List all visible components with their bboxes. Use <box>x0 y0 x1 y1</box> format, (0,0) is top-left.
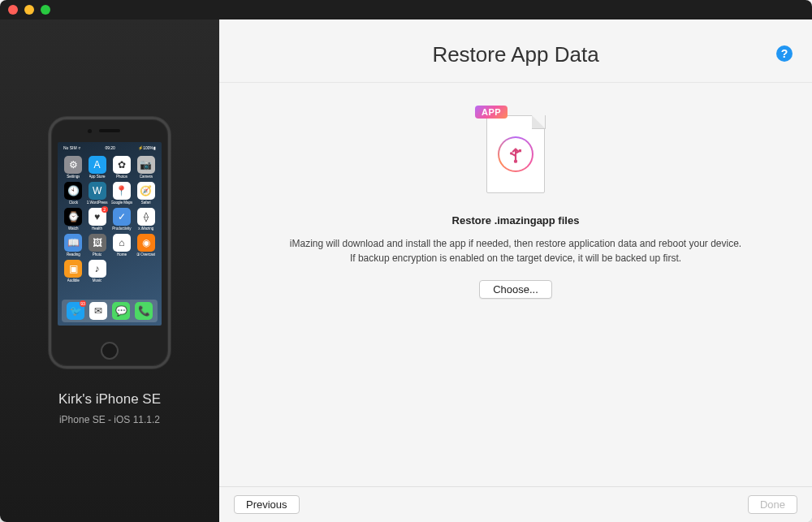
phone-dock: 🐦93✉💬📞 <box>62 300 158 322</box>
app-label: App Store <box>89 175 106 179</box>
app-icon: 🧭 <box>137 182 155 200</box>
app-icon: A <box>89 156 106 174</box>
dock-app-icon: 💬 <box>112 302 130 320</box>
app-icon: W <box>89 182 106 200</box>
svg-point-0 <box>514 160 517 163</box>
main-body: APP Restore .imazingapp files iMazing wi… <box>219 83 812 486</box>
app-icon: ⌂ <box>113 234 131 252</box>
app-icon-cell: ✿Photos <box>111 156 133 179</box>
app-icon-cell: 📍Google Maps <box>111 182 133 205</box>
app-label: Photos <box>116 175 127 179</box>
done-button: Done <box>748 495 797 514</box>
device-sidebar: No SIM ᯤ 09:20 ⚡100%▮ ⚙SettingsAApp Stor… <box>0 19 219 522</box>
app-icon-cell: ⌚Watch <box>63 208 84 231</box>
app-badge: APP <box>475 106 508 119</box>
notification-badge: 93 <box>80 300 86 307</box>
app-label: Reading <box>67 252 80 257</box>
app-icon-cell: 🧭Safari <box>136 182 156 205</box>
usb-icon <box>505 144 526 165</box>
phone-screen: No SIM ᯤ 09:20 ⚡100%▮ ⚙SettingsAApp Stor… <box>58 142 162 326</box>
notification-badge: 2 <box>102 206 108 213</box>
page-title: Restore App Data <box>235 42 796 67</box>
minimize-icon[interactable] <box>24 5 34 15</box>
app-icon-cell: W1.WordPress <box>87 182 108 205</box>
svg-rect-2 <box>519 149 521 152</box>
app-label: Health <box>92 226 102 231</box>
app-label: Camera <box>140 175 153 179</box>
app-icon-cell: 📷Camera <box>136 156 156 179</box>
app-icon: 📍 <box>113 182 131 200</box>
app-icon-cell: ⟠x.iMazing <box>136 208 156 231</box>
desc-line-2: If backup encryption is enabled on the t… <box>350 252 681 264</box>
footer: Previous Done <box>219 486 812 522</box>
status-center: 09:20 <box>105 145 115 153</box>
device-name: Kirk's iPhone SE <box>58 391 161 408</box>
app-icon: 🖼 <box>89 234 106 252</box>
file-fold-corner <box>532 115 545 128</box>
main-panel: Restore App Data ? <box>219 19 812 522</box>
app-icon: ⚙ <box>64 156 82 174</box>
app-icon: ♥2 <box>89 208 106 226</box>
app-icon-cell: ⌂Home <box>111 234 133 257</box>
app-grid: ⚙SettingsAApp Store✿Photos📷Camera🕙ClockW… <box>62 156 158 283</box>
app-icon-cell: 📖Reading <box>63 234 84 257</box>
app-icon: ♪ <box>89 260 106 278</box>
app-label: Music <box>93 278 102 283</box>
maximize-icon[interactable] <box>41 5 50 15</box>
app-label: Watch <box>68 226 79 231</box>
app-label: Clock <box>69 201 78 205</box>
phone-mockup: No SIM ᯤ 09:20 ⚡100%▮ ⚙SettingsAApp Stor… <box>49 117 171 369</box>
app-icon: 🕙 <box>64 182 82 200</box>
app-icon: ▣ <box>64 260 82 278</box>
app-label: 1.WordPress <box>87 201 108 205</box>
app-icon-cell: ◉③ Overcast <box>136 234 156 257</box>
phone-speaker <box>99 129 120 132</box>
device-subtitle: iPhone SE - iOS 11.1.2 <box>59 414 160 425</box>
app-label: ③ Overcast <box>136 252 155 257</box>
status-bar: No SIM ᯤ 09:20 ⚡100%▮ <box>62 145 158 153</box>
app-icon-cell: AApp Store <box>87 156 108 179</box>
app-icon-cell: ♥2Health <box>87 208 108 231</box>
content-area: No SIM ᯤ 09:20 ⚡100%▮ ⚙SettingsAApp Stor… <box>0 19 812 522</box>
app-icon: ⟠ <box>137 208 155 226</box>
app-label: Safari <box>141 201 151 205</box>
app-label: Photo <box>93 252 102 257</box>
help-icon[interactable]: ? <box>776 45 793 62</box>
app-icon: 📷 <box>137 156 155 174</box>
app-icon: ✿ <box>113 156 131 174</box>
app-window: No SIM ᯤ 09:20 ⚡100%▮ ⚙SettingsAApp Stor… <box>0 0 812 522</box>
app-label: Home <box>117 252 127 257</box>
imazing-logo-circle <box>498 136 533 172</box>
phone-camera <box>88 129 92 133</box>
app-icon: ◉ <box>137 234 155 252</box>
app-icon: ✓ <box>113 208 131 226</box>
status-right: ⚡100%▮ <box>138 145 156 153</box>
home-button-icon <box>101 342 119 360</box>
dock-app-icon: 🐦93 <box>67 302 84 320</box>
restore-description: iMazing will download and install the ap… <box>290 236 741 265</box>
app-icon-cell: ♪Music <box>87 260 108 283</box>
restore-subtitle: Restore .imazingapp files <box>452 214 580 226</box>
app-icon-cell: ⚙Settings <box>63 156 84 179</box>
app-label: Productivity <box>112 226 131 231</box>
app-icon-cell: 🖼Photo <box>87 234 108 257</box>
app-label: Google Maps <box>111 201 133 205</box>
app-icon-cell: ▣Audible <box>63 260 84 283</box>
close-icon[interactable] <box>8 5 18 15</box>
app-label: x.iMazing <box>138 226 153 231</box>
choose-button[interactable]: Choose... <box>479 280 552 299</box>
imazingapp-file-icon: APP <box>480 106 551 196</box>
app-icon-cell: ✓Productivity <box>111 208 133 231</box>
svg-point-1 <box>510 152 512 154</box>
main-header: Restore App Data ? <box>219 19 812 83</box>
app-label: Audible <box>67 278 80 283</box>
titlebar <box>0 0 812 19</box>
dock-app-icon: ✉ <box>89 302 107 320</box>
app-icon: ⌚ <box>64 208 82 226</box>
app-icon-cell: 🕙Clock <box>63 182 84 205</box>
dock-app-icon: 📞 <box>135 302 153 320</box>
previous-button[interactable]: Previous <box>234 495 300 514</box>
status-left: No SIM ᯤ <box>63 145 82 153</box>
desc-line-1: iMazing will download and install the ap… <box>290 238 741 249</box>
app-icon: 📖 <box>64 234 82 252</box>
